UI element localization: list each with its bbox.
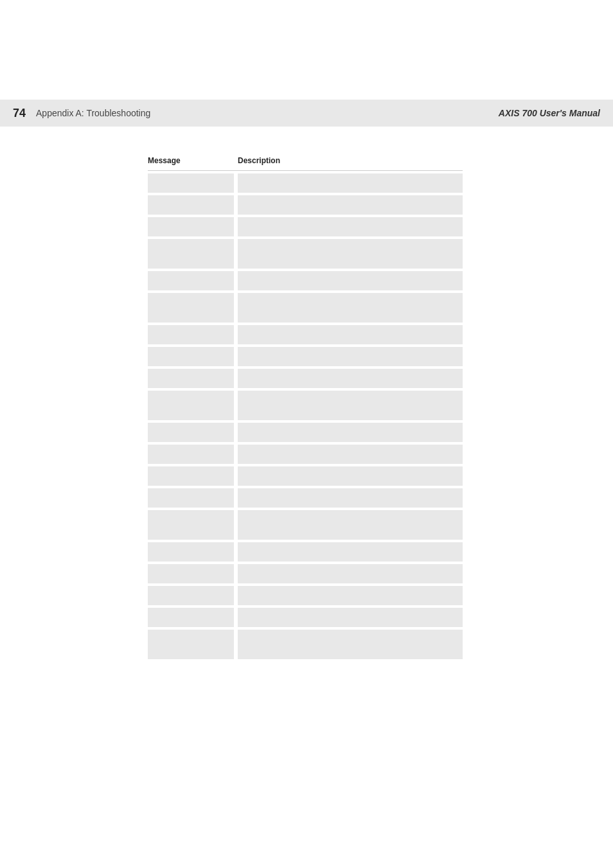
header-manual: AXIS 700 User's Manual (499, 108, 600, 118)
table-cell-description (238, 608, 463, 627)
table-cell-description (238, 195, 463, 215)
table-cell-message (148, 542, 234, 562)
table-cell-description (238, 173, 463, 193)
table-cell-message (148, 239, 234, 269)
table-cell-description (238, 347, 463, 366)
table-cell-message (148, 195, 234, 215)
table-cell-message (148, 347, 234, 366)
table-row (148, 542, 463, 562)
header-bar: 74 Appendix A: Troubleshooting AXIS 700 … (0, 100, 613, 127)
table-cell-message (148, 293, 234, 323)
table-row (148, 325, 463, 344)
table-row (148, 271, 463, 290)
table-cell-description (238, 239, 463, 269)
table-row (148, 445, 463, 464)
table-cell-description (238, 423, 463, 442)
table-cell-message (148, 391, 234, 420)
header-title: Appendix A: Troubleshooting (36, 108, 150, 118)
table-row (148, 217, 463, 236)
table-row (148, 239, 463, 269)
table-row (148, 608, 463, 627)
header-left: 74 Appendix A: Troubleshooting (13, 107, 150, 120)
table-cell-description (238, 391, 463, 420)
table-cell-description (238, 369, 463, 388)
table-body (148, 173, 463, 659)
table-container: Message Description (148, 152, 463, 659)
table-cell-message (148, 608, 234, 627)
table-cell-message (148, 466, 234, 486)
table-row (148, 466, 463, 486)
table-cell-description (238, 488, 463, 508)
table-row (148, 173, 463, 193)
table-row (148, 564, 463, 583)
table-cell-description (238, 630, 463, 659)
table-cell-description (238, 217, 463, 236)
table-cell-description (238, 271, 463, 290)
table-row (148, 488, 463, 508)
table-row (148, 369, 463, 388)
table-row (148, 347, 463, 366)
table-cell-message (148, 564, 234, 583)
table-row (148, 195, 463, 215)
table-cell-message (148, 423, 234, 442)
table-row (148, 293, 463, 323)
table-cell-message (148, 271, 234, 290)
table-cell-description (238, 445, 463, 464)
page: 74 Appendix A: Troubleshooting AXIS 700 … (0, 100, 613, 868)
table-cell-message (148, 369, 234, 388)
table-cell-message (148, 586, 234, 605)
table-cell-message (148, 630, 234, 659)
table-cell-description (238, 564, 463, 583)
table-cell-message (148, 173, 234, 193)
table-header: Message Description (148, 152, 463, 171)
table-cell-message (148, 325, 234, 344)
table-cell-description (238, 325, 463, 344)
table-cell-description (238, 542, 463, 562)
table-cell-description (238, 293, 463, 323)
table-cell-description (238, 586, 463, 605)
table-cell-message (148, 445, 234, 464)
page-number: 74 (13, 107, 26, 120)
table-row (148, 630, 463, 659)
col-message-header: Message (148, 156, 238, 165)
table-cell-message (148, 217, 234, 236)
table-cell-description (238, 510, 463, 540)
table-row (148, 391, 463, 420)
table-cell-message (148, 510, 234, 540)
table-cell-message (148, 488, 234, 508)
table-row (148, 423, 463, 442)
table-row (148, 586, 463, 605)
table-row (148, 510, 463, 540)
table-cell-description (238, 466, 463, 486)
col-description-header: Description (238, 156, 463, 165)
